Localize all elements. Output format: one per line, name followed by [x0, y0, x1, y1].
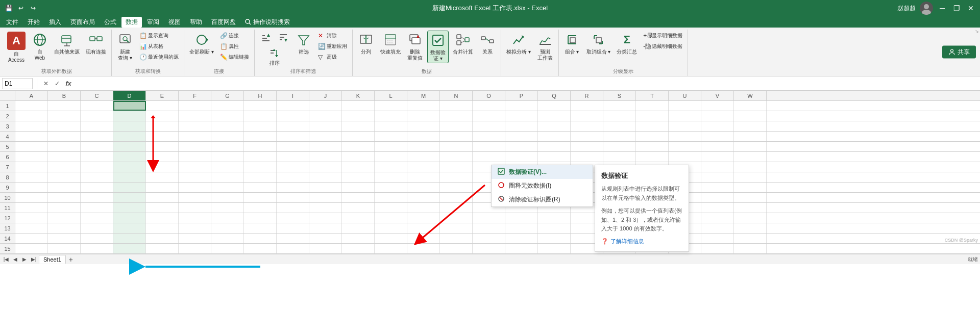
cell-M12[interactable]	[407, 213, 440, 223]
cell-E9[interactable]	[146, 183, 179, 192]
cell-M15[interactable]	[407, 244, 440, 253]
cell-C12[interactable]	[81, 213, 113, 223]
cell-W11[interactable]	[734, 203, 767, 213]
cell-W12[interactable]	[734, 213, 767, 223]
cell-L3[interactable]	[375, 121, 407, 131]
cell-E13[interactable]	[146, 223, 179, 233]
cell-V6[interactable]	[701, 152, 734, 162]
ribbon-btn-group[interactable]: 组合 ▾	[562, 31, 582, 56]
cell-C15[interactable]	[81, 244, 113, 253]
menu-home[interactable]: 开始	[23, 17, 44, 28]
cell-M5[interactable]	[407, 142, 440, 151]
cell-M2[interactable]	[407, 111, 440, 121]
cell-C14[interactable]	[81, 234, 113, 243]
cell-F3[interactable]	[179, 121, 211, 131]
cell-H14[interactable]	[244, 234, 277, 243]
restore-button[interactable]: ❐	[951, 3, 962, 13]
cancel-formula-icon[interactable]: ✕	[41, 80, 51, 87]
cell-C11[interactable]	[81, 203, 113, 213]
cell-W1[interactable]	[734, 101, 767, 111]
cell-P5[interactable]	[505, 142, 538, 151]
menu-review[interactable]: 审阅	[143, 17, 163, 28]
cell-D1[interactable]	[113, 101, 146, 111]
cell-E7[interactable]	[146, 162, 179, 172]
cell-W15[interactable]	[734, 244, 767, 253]
cell-D9[interactable]	[113, 183, 146, 192]
cell-K1[interactable]	[342, 101, 375, 111]
cell-L15[interactable]	[375, 244, 407, 253]
sheet-nav-last[interactable]: ▶|	[30, 255, 38, 264]
ribbon-btn-advanced[interactable]: ▽ 高级	[316, 52, 349, 62]
cell-M10[interactable]	[407, 193, 440, 202]
cell-A2[interactable]	[15, 111, 48, 121]
cell-O14[interactable]	[473, 234, 505, 243]
cell-I2[interactable]	[277, 111, 309, 121]
cell-F14[interactable]	[179, 234, 211, 243]
row-number-3[interactable]: 3	[0, 121, 15, 131]
menu-insert[interactable]: 插入	[45, 17, 65, 28]
col-header-F[interactable]: F	[179, 91, 211, 100]
cell-O3[interactable]	[473, 121, 505, 131]
cell-K13[interactable]	[342, 223, 375, 233]
cell-D12[interactable]	[113, 213, 146, 223]
ribbon-btn-relation[interactable]: 关系	[477, 31, 498, 56]
cell-O1[interactable]	[473, 101, 505, 111]
cell-E8[interactable]	[146, 172, 179, 182]
cell-J11[interactable]	[309, 203, 342, 213]
cell-O5[interactable]	[473, 142, 505, 151]
cell-N14[interactable]	[440, 234, 473, 243]
cell-N4[interactable]	[440, 132, 473, 141]
col-header-G[interactable]: G	[211, 91, 244, 100]
cell-V4[interactable]	[701, 132, 734, 141]
cell-Q14[interactable]	[538, 234, 571, 243]
cell-A4[interactable]	[15, 132, 48, 141]
sheet-tab-1[interactable]: Sheet1	[39, 255, 66, 264]
col-header-Q[interactable]: Q	[538, 91, 571, 100]
cell-P3[interactable]	[505, 121, 538, 131]
cell-E6[interactable]	[146, 152, 179, 162]
cell-B13[interactable]	[48, 223, 81, 233]
cell-F4[interactable]	[179, 132, 211, 141]
cell-J12[interactable]	[309, 213, 342, 223]
cell-C13[interactable]	[81, 223, 113, 233]
row-number-6[interactable]: 6	[0, 152, 15, 162]
cell-G9[interactable]	[211, 183, 244, 192]
cell-E3[interactable]	[146, 121, 179, 131]
cell-T4[interactable]	[636, 132, 669, 141]
cell-L14[interactable]	[375, 234, 407, 243]
cell-D4[interactable]	[113, 132, 146, 141]
cell-J5[interactable]	[309, 142, 342, 151]
cell-I7[interactable]	[277, 162, 309, 172]
cell-G12[interactable]	[211, 213, 244, 223]
cell-N8[interactable]	[440, 172, 473, 182]
col-header-M[interactable]: M	[407, 91, 440, 100]
cell-H10[interactable]	[244, 193, 277, 202]
ribbon-btn-filter[interactable]: 筛选	[293, 31, 314, 56]
cell-M8[interactable]	[407, 172, 440, 182]
cell-D11[interactable]	[113, 203, 146, 213]
dropdown-item-clear-circle[interactable]: 清除验证标识圈(R)	[492, 193, 593, 206]
menu-search[interactable]: 操作说明搜索	[241, 17, 294, 28]
sheet-nav-prev[interactable]: ◀	[11, 255, 19, 264]
cell-G7[interactable]	[211, 162, 244, 172]
cell-H3[interactable]	[244, 121, 277, 131]
cell-A7[interactable]	[15, 162, 48, 172]
menu-file[interactable]: 文件	[2, 17, 22, 28]
cell-C3[interactable]	[81, 121, 113, 131]
cell-D2[interactable]	[113, 111, 146, 121]
cell-Q4[interactable]	[538, 132, 571, 141]
cell-B4[interactable]	[48, 132, 81, 141]
cell-J2[interactable]	[309, 111, 342, 121]
cell-G13[interactable]	[211, 223, 244, 233]
cell-F12[interactable]	[179, 213, 211, 223]
cell-E4[interactable]	[146, 132, 179, 141]
menu-view[interactable]: 视图	[164, 17, 185, 28]
cell-Q2[interactable]	[538, 111, 571, 121]
cell-B3[interactable]	[48, 121, 81, 131]
cell-N2[interactable]	[440, 111, 473, 121]
cell-K9[interactable]	[342, 183, 375, 192]
cell-D10[interactable]	[113, 193, 146, 202]
cell-V8[interactable]	[701, 172, 734, 182]
cell-J6[interactable]	[309, 152, 342, 162]
cell-H12[interactable]	[244, 213, 277, 223]
